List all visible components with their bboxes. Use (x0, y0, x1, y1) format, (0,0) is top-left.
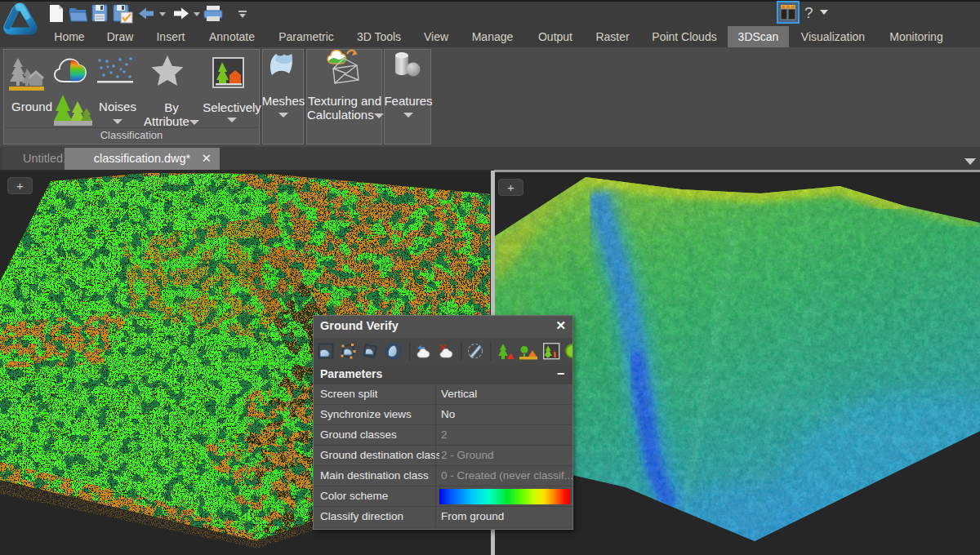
svg-text:?: ? (804, 4, 813, 21)
